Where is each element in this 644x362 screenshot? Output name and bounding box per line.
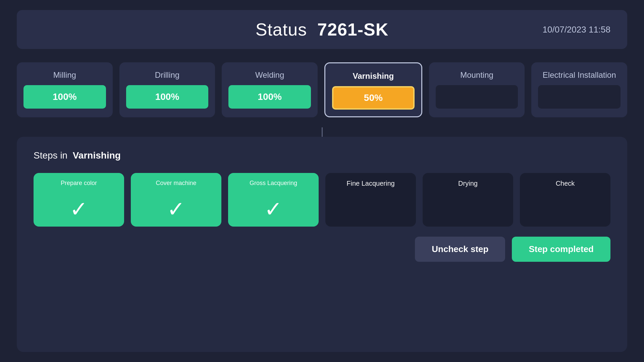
process-card-label-varnishing: Varnishing <box>353 71 394 81</box>
process-progress-bar-milling: 100% <box>23 85 106 109</box>
step-card-label-prepare-color: Prepare color <box>61 180 97 187</box>
step-card-cover-machine[interactable]: Cover machine✓ <box>131 173 221 227</box>
title-prefix: Status <box>256 20 307 39</box>
step-checkmark-cover-machine: ✓ <box>167 198 185 220</box>
step-card-prepare-color[interactable]: Prepare color✓ <box>34 173 124 227</box>
steps-bottom: Prepare color✓Cover machine✓Gross Lacque… <box>34 173 610 262</box>
page-title: Status 7261-SK <box>256 19 389 40</box>
process-card-welding[interactable]: Welding100% <box>222 62 318 117</box>
steps-title-prefix: Steps in <box>34 150 67 161</box>
step-card-label-gross-lacquering: Gross Lacquering <box>250 180 297 187</box>
process-card-label-welding: Welding <box>255 70 284 80</box>
steps-panel-title: Steps in Varnishing <box>34 150 610 161</box>
uncheck-button[interactable]: Uncheck step <box>415 237 505 262</box>
header: Status 7261-SK 10/07/2023 11:58 <box>17 10 627 49</box>
connector-wrapper <box>17 127 627 137</box>
process-card-milling[interactable]: Milling100% <box>17 62 113 117</box>
step-card-label-cover-machine: Cover machine <box>156 180 196 187</box>
process-card-mounting[interactable]: Mounting <box>429 62 525 117</box>
step-card-check[interactable]: Check <box>520 173 610 227</box>
header-datetime: 10/07/2023 11:58 <box>543 24 610 35</box>
step-card-label-drying: Drying <box>458 180 478 187</box>
steps-title-step: Varnishing <box>73 150 121 161</box>
process-progress-bar-welding: 100% <box>228 85 311 109</box>
process-progress-bar-electrical <box>538 85 621 109</box>
process-card-label-electrical: Electrical Installation <box>543 70 616 80</box>
steps-panel: Steps in Varnishing Prepare color✓Cover … <box>17 137 627 352</box>
step-checkmark-gross-lacquering: ✓ <box>264 198 282 220</box>
process-card-varnishing[interactable]: Varnishing50% <box>324 62 422 117</box>
process-card-label-mounting: Mounting <box>460 70 493 80</box>
process-card-drilling[interactable]: Drilling100% <box>119 62 215 117</box>
process-progress-bar-mounting <box>436 85 518 109</box>
process-card-label-drilling: Drilling <box>155 70 179 80</box>
process-card-label-milling: Milling <box>53 70 76 80</box>
step-checkmark-prepare-color: ✓ <box>70 198 88 220</box>
step-card-gross-lacquering[interactable]: Gross Lacquering✓ <box>228 173 319 227</box>
step-card-fine-lacquering[interactable]: Fine Lacquering <box>325 173 416 227</box>
connector-line <box>322 127 323 137</box>
step-card-drying[interactable]: Drying <box>423 173 513 227</box>
title-id: 7261-SK <box>317 20 388 39</box>
steps-grid: Prepare color✓Cover machine✓Gross Lacque… <box>34 173 610 227</box>
process-card-electrical[interactable]: Electrical Installation <box>531 62 627 117</box>
step-card-label-check: Check <box>556 180 575 187</box>
complete-button[interactable]: Step completed <box>512 237 610 262</box>
process-progress-bar-varnishing: 50% <box>332 86 415 110</box>
process-progress-bar-drilling: 100% <box>126 85 209 109</box>
step-card-label-fine-lacquering: Fine Lacquering <box>346 180 394 187</box>
bottom-bar: Uncheck step Step completed <box>34 227 610 262</box>
process-row: Milling100%Drilling100%Welding100%Varnis… <box>17 62 627 117</box>
